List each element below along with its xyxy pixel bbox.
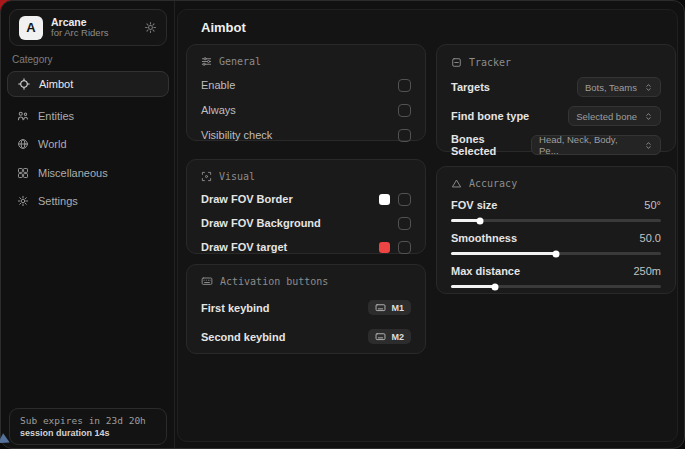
globe-icon: [17, 138, 29, 150]
app-subtitle: for Arc Riders: [51, 28, 109, 39]
activation-card: Activation buttons First keybind M1 Seco…: [186, 264, 426, 354]
slider-thumb[interactable]: [477, 217, 484, 224]
session-duration-text: session duration 14s: [20, 428, 156, 438]
smoothness-value: 50.0: [640, 232, 661, 244]
setting-label: Draw FOV Border: [201, 193, 293, 205]
sidebar-item-label: World: [38, 138, 67, 150]
find-bone-type-dropdown[interactable]: Selected bone: [568, 106, 661, 126]
sidebar-item-label: Settings: [38, 195, 78, 207]
app-window: A Arcane for Arc Riders Category: [0, 0, 685, 449]
sidebar-item-miscellaneous[interactable]: Miscellaneous: [7, 160, 169, 186]
general-card-header: General: [201, 55, 411, 67]
app-header[interactable]: A Arcane for Arc Riders: [9, 9, 167, 46]
accuracy-card: Accuracy FOV size 50° Smoothness 50.0: [436, 166, 676, 294]
sidebar-item-label: Aimbot: [39, 78, 73, 90]
dropdown-value: Head, Neck, Body, Pe...: [539, 134, 637, 156]
gear-icon: [17, 195, 29, 207]
fov-target-checkbox[interactable]: [398, 241, 411, 254]
sidebar-item-settings[interactable]: Settings: [7, 188, 169, 214]
screen: A Arcane for Arc Riders Category: [0, 0, 685, 449]
setting-label: Find bone type: [451, 110, 529, 122]
visual-card-header: Visual: [201, 170, 411, 182]
sidebar-item-label: Entities: [38, 110, 74, 122]
color-swatch-red[interactable]: [379, 242, 390, 253]
fov-size-group: FOV size 50°: [451, 198, 661, 222]
unfold-icon: [644, 141, 653, 150]
smoothness-slider[interactable]: [451, 252, 661, 255]
accuracy-card-header: Accuracy: [451, 177, 661, 189]
activation-card-header: Activation buttons: [201, 275, 411, 287]
sidebar-item-aimbot[interactable]: Aimbot: [7, 71, 169, 97]
sidebar-item-world[interactable]: World: [7, 131, 169, 157]
app-logo: A: [19, 16, 43, 40]
max-distance-group: Max distance 250m: [451, 264, 661, 288]
setting-label: Bones Selected: [451, 133, 531, 157]
unfold-icon: [644, 83, 653, 92]
crosshair-icon: [18, 78, 30, 90]
sidebar-item-entities[interactable]: Entities: [7, 103, 169, 129]
dropdown-value: Selected bone: [576, 111, 637, 122]
card-title: Activation buttons: [220, 276, 328, 287]
sidebar: A Arcane for Arc Riders Category: [1, 1, 175, 448]
sliders-icon: [201, 56, 212, 67]
viewfinder-icon: [201, 171, 212, 182]
color-swatch-white[interactable]: [379, 194, 390, 205]
card-title: Visual: [219, 171, 255, 182]
general-card: General Enable Always Visibility check: [186, 44, 426, 141]
second-keybind-button[interactable]: M2: [368, 329, 411, 344]
first-keybind-button[interactable]: M1: [368, 300, 411, 315]
always-checkbox[interactable]: [398, 104, 411, 117]
visual-card: Visual Draw FOV Border Draw FOV Backgrou…: [186, 159, 426, 254]
setting-row: Targets Bots, Teams: [451, 77, 661, 97]
grid-icon: [17, 167, 29, 179]
setting-label: Draw FOV Background: [201, 217, 321, 229]
slider-thumb[interactable]: [492, 283, 499, 290]
setting-row: Visibility check: [201, 128, 411, 142]
page-title: Aimbot: [201, 20, 246, 35]
setting-row: Draw FOV Border: [201, 192, 411, 206]
entities-icon: [17, 110, 29, 122]
setting-label: First keybind: [201, 302, 269, 314]
category-label: Category: [12, 54, 53, 65]
max-distance-value: 250m: [633, 265, 661, 277]
enable-checkbox[interactable]: [398, 79, 411, 92]
setting-label: Smoothness: [451, 232, 517, 244]
sidebar-item-label: Miscellaneous: [38, 167, 108, 179]
card-title: General: [219, 56, 261, 67]
setting-label: Enable: [201, 79, 235, 91]
unfold-icon: [644, 112, 653, 121]
setting-label: Draw FOV target: [201, 241, 287, 253]
keyboard-icon: [201, 275, 213, 287]
fov-background-checkbox[interactable]: [398, 217, 411, 230]
gear-icon[interactable]: [144, 21, 157, 34]
slider-thumb[interactable]: [553, 250, 560, 257]
keybind-value: M1: [391, 303, 404, 313]
setting-label: FOV size: [451, 199, 497, 211]
fov-border-checkbox[interactable]: [398, 193, 411, 206]
card-title: Tracker: [469, 57, 511, 68]
targets-dropdown[interactable]: Bots, Teams: [577, 77, 661, 97]
keyboard-icon: [375, 302, 386, 313]
fov-size-slider[interactable]: [451, 219, 661, 222]
setting-row: Find bone type Selected bone: [451, 106, 661, 126]
setting-row: Bones Selected Head, Neck, Body, Pe...: [451, 135, 661, 155]
max-distance-slider[interactable]: [451, 285, 661, 288]
slider-fill: [451, 285, 495, 288]
bones-selected-dropdown[interactable]: Head, Neck, Body, Pe...: [531, 135, 661, 155]
setting-row: Draw FOV Background: [201, 216, 411, 230]
setting-label: Visibility check: [201, 129, 272, 141]
setting-label: Always: [201, 104, 236, 116]
setting-label: Targets: [451, 81, 490, 93]
setting-label: Max distance: [451, 265, 520, 277]
visibility-check-checkbox[interactable]: [398, 129, 411, 142]
tracker-card: Tracker Targets Bots, Teams Find bone ty…: [436, 44, 676, 152]
card-title: Accuracy: [469, 178, 517, 189]
sub-expiry-text: Sub expires in 23d 20h: [20, 415, 156, 426]
keyboard-icon: [375, 331, 386, 342]
setting-row: Always: [201, 103, 411, 117]
slider-fill: [451, 252, 556, 255]
dropdown-value: Bots, Teams: [585, 82, 637, 93]
smoothness-group: Smoothness 50.0: [451, 231, 661, 255]
setting-label: Second keybind: [201, 331, 285, 343]
frame-minus-icon: [451, 57, 462, 68]
